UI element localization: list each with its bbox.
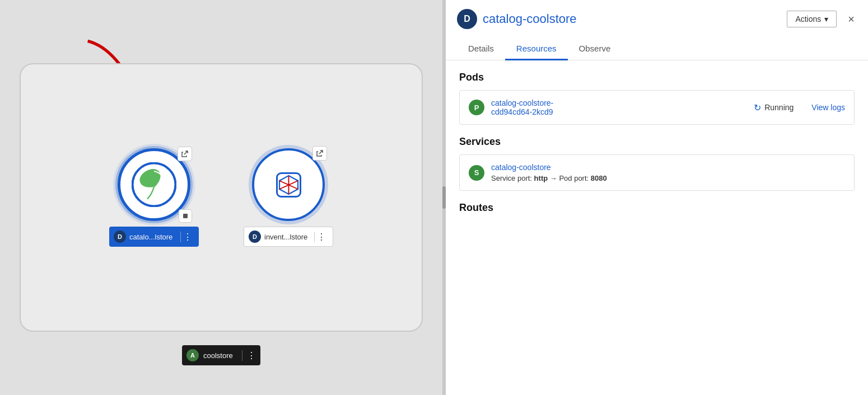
coolstore-group-label[interactable]: A coolstore ⋮	[182, 345, 260, 365]
running-label: Running	[764, 103, 794, 112]
svg-rect-3	[183, 214, 188, 218]
pod-name-line2: cdd94cd64-2kcd9	[491, 107, 553, 116]
app-title: catalog-coolstore	[483, 12, 577, 26]
view-logs-link[interactable]: View logs	[811, 103, 845, 112]
tab-observe[interactable]: Observe	[568, 38, 622, 60]
detail-header: D catalog-coolstore Actions ▾ × Details …	[446, 0, 868, 60]
inventory-node-wrapper: D invent...lstore ⋮	[244, 148, 333, 247]
catalog-stop-button[interactable]	[179, 209, 192, 223]
detail-content: Pods P catalog-coolstore- cdd94cd64-2kcd…	[446, 60, 868, 395]
app-badge: D	[457, 9, 477, 29]
service-card: S catalog-coolstore Service port: http →…	[459, 154, 855, 191]
catalog-node-wrapper: D catalo...lstore ⋮	[109, 148, 199, 247]
actions-button[interactable]: Actions ▾	[787, 11, 837, 27]
service-details: catalog-coolstore Service port: http → P…	[491, 163, 607, 182]
inventory-kebab-menu[interactable]: ⋮	[314, 232, 328, 242]
pod-name[interactable]: catalog-coolstore- cdd94cd64-2kcd9	[491, 98, 553, 116]
service-port-arrow: →	[550, 174, 557, 182]
catalog-badge: D	[114, 231, 126, 243]
header-top-row: D catalog-coolstore Actions ▾ ×	[457, 9, 857, 29]
catalog-ext-link-icon[interactable]	[178, 147, 192, 161]
coolstore-text: coolstore	[203, 351, 237, 360]
tabs-row: Details Resources Observe	[457, 38, 857, 60]
pod-badge: P	[469, 100, 484, 115]
running-status: ↻ Running	[754, 102, 794, 113]
tab-resources[interactable]: Resources	[505, 38, 568, 60]
inventory-badge: D	[249, 231, 261, 243]
pod-name-line1: catalog-coolstore-	[491, 98, 553, 107]
service-row: S catalog-coolstore Service port: http →…	[469, 163, 845, 182]
routes-section-title: Routes	[459, 202, 855, 214]
pod-row: P catalog-coolstore- cdd94cd64-2kcd9 ↻ R…	[469, 98, 845, 116]
service-port-row: Service port: http → Pod port: 8080	[491, 174, 607, 182]
header-actions-row: Actions ▾ ×	[787, 11, 857, 28]
catalog-label-text: catalo...lstore	[129, 233, 177, 241]
running-icon: ↻	[754, 102, 761, 113]
pod-name-block: catalog-coolstore- cdd94cd64-2kcd9	[491, 98, 553, 116]
service-port-label: Service port:	[491, 174, 532, 182]
pods-section-title: Pods	[459, 72, 855, 83]
inventory-ext-link-icon[interactable]	[312, 146, 327, 161]
inventory-label-text: invent...lstore	[264, 233, 311, 241]
coolstore-badge: A	[186, 349, 199, 361]
panel-divider[interactable]	[442, 0, 446, 395]
services-section-title: Services	[459, 136, 855, 148]
app-title-row: D catalog-coolstore	[457, 9, 577, 29]
coolstore-kebab-menu[interactable]: ⋮	[242, 350, 256, 361]
service-name[interactable]: catalog-coolstore	[491, 163, 607, 172]
topology-panel: D catalo...lstore ⋮	[0, 0, 442, 395]
divider-handle	[442, 186, 446, 209]
tab-details[interactable]: Details	[457, 38, 505, 60]
actions-label: Actions	[795, 15, 821, 23]
pod-port-value: 8080	[591, 174, 607, 182]
service-port-value: http	[534, 174, 548, 182]
quarkus-icon	[268, 164, 310, 206]
service-badge: S	[469, 165, 484, 181]
topology-group-container: D catalo...lstore ⋮	[20, 63, 423, 332]
catalog-node-circle[interactable]	[118, 148, 190, 221]
catalog-label-bar[interactable]: D catalo...lstore ⋮	[109, 227, 199, 247]
close-button[interactable]: ×	[846, 11, 857, 28]
actions-chevron-icon: ▾	[824, 15, 828, 23]
inventory-node-circle[interactable]	[252, 148, 325, 221]
inventory-label-bar[interactable]: D invent...lstore ⋮	[244, 227, 333, 247]
detail-panel: D catalog-coolstore Actions ▾ × Details …	[446, 0, 868, 395]
pod-port-label: Pod port:	[559, 174, 589, 182]
spring-leaf-icon	[132, 162, 176, 207]
pod-card: P catalog-coolstore- cdd94cd64-2kcd9 ↻ R…	[459, 90, 855, 125]
catalog-kebab-menu[interactable]: ⋮	[180, 232, 194, 242]
